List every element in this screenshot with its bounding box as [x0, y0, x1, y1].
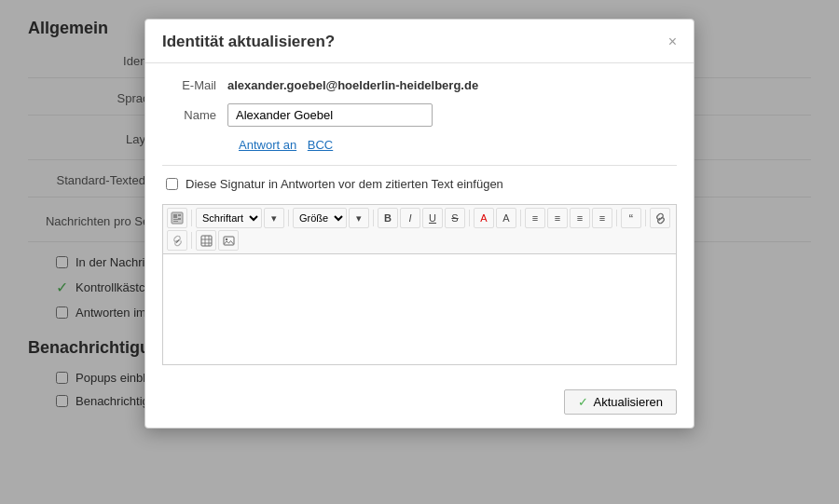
email-row: E-Mail alexander.goebel@hoelderlin-heide…: [162, 78, 677, 92]
size-select[interactable]: Größe: [293, 208, 347, 228]
svg-rect-11: [224, 237, 234, 245]
email-value: alexander.goebel@hoelderlin-heidelberg.d…: [227, 78, 478, 92]
update-button[interactable]: ✓ Aktualisieren: [564, 389, 677, 415]
update-check-icon: ✓: [578, 395, 588, 409]
name-input[interactable]: [227, 103, 433, 127]
signature-checkbox[interactable]: [166, 178, 178, 190]
svg-rect-3: [178, 218, 181, 219]
ul-btn[interactable]: ≡: [547, 208, 568, 228]
update-button-label: Aktualisieren: [594, 395, 663, 409]
modal-body: E-Mail alexander.goebel@hoelderlin-heide…: [145, 63, 694, 380]
italic-btn[interactable]: I: [400, 208, 420, 228]
image-btn[interactable]: [218, 230, 239, 251]
align-right-btn[interactable]: ≡: [592, 208, 612, 228]
modal-header: Identität aktualisieren? ×: [145, 20, 694, 63]
sep-2: [288, 210, 289, 226]
source-btn[interactable]: [167, 208, 187, 228]
bcc-link[interactable]: BCC: [308, 138, 333, 152]
antwort-an-link[interactable]: Antwort an: [239, 138, 296, 152]
sep-4: [469, 210, 470, 226]
editor-toolbar: Schriftart ▾ Größe ▾ B I U S A A ≡ ≡ ≡: [162, 204, 677, 253]
email-label: E-Mail: [162, 78, 227, 92]
name-label: Name: [162, 108, 227, 122]
underline-btn[interactable]: U: [422, 208, 443, 228]
update-identity-modal: Identität aktualisieren? × E-Mail alexan…: [144, 19, 695, 429]
svg-rect-2: [178, 214, 181, 216]
unlink-btn[interactable]: [167, 230, 187, 251]
sep-5: [520, 210, 521, 226]
modal-overlay: Identität aktualisieren? × E-Mail alexan…: [0, 0, 839, 504]
font-select[interactable]: Schriftart: [196, 208, 262, 228]
svg-rect-4: [173, 219, 181, 220]
bg-color-btn[interactable]: A: [496, 208, 516, 228]
table-btn[interactable]: [196, 230, 216, 251]
modal-footer: ✓ Aktualisieren: [145, 380, 694, 428]
editor-area[interactable]: [162, 253, 677, 365]
font-color-btn[interactable]: A: [474, 208, 494, 228]
svg-rect-5: [173, 221, 178, 222]
modal-divider: [162, 165, 677, 166]
bold-btn[interactable]: B: [378, 208, 398, 228]
modal-title: Identität aktualisieren?: [162, 33, 335, 51]
sep-6: [616, 210, 617, 226]
modal-close-button[interactable]: ×: [668, 34, 677, 49]
font-dropdown-btn[interactable]: ▾: [264, 208, 284, 228]
sep-3: [373, 210, 374, 226]
blockquote-btn[interactable]: “: [621, 208, 641, 228]
signature-checkbox-row: Diese Signatur in Antworten vor dem ziti…: [162, 177, 677, 191]
align-left-btn[interactable]: ≡: [570, 208, 590, 228]
ol-btn[interactable]: ≡: [525, 208, 545, 228]
sep-8: [191, 232, 192, 249]
signature-checkbox-label: Diese Signatur in Antworten vor dem ziti…: [186, 177, 503, 191]
size-dropdown-btn[interactable]: ▾: [349, 208, 369, 228]
svg-rect-6: [201, 236, 212, 246]
svg-point-12: [225, 238, 227, 239]
link-btn[interactable]: [650, 208, 670, 228]
sep-7: [645, 210, 646, 226]
modal-links: Antwort an BCC: [239, 138, 677, 152]
svg-rect-1: [173, 214, 177, 218]
strikethrough-btn[interactable]: S: [445, 208, 465, 228]
name-row: Name: [162, 103, 677, 127]
sep-1: [191, 210, 192, 226]
